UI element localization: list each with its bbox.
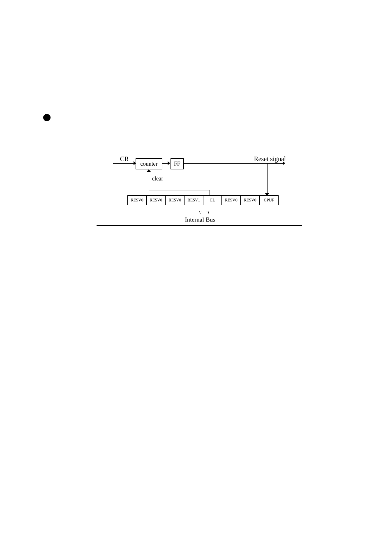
reg-bit-7: RESV0: [127, 195, 147, 205]
bus-bottom-line: [97, 225, 302, 226]
register-row: RESV0 RESV0 RESV0 RESV1 CL RESV0 RESV0 C…: [127, 195, 278, 205]
clear-line-vertical: [149, 169, 149, 190]
reset-label: Reset signal: [254, 155, 286, 163]
clear-line-horizontal: [149, 190, 210, 191]
reg-bit-1: RESV0: [240, 195, 260, 205]
reg-bit-3: CL: [203, 195, 222, 205]
reg-bit-5: RESV0: [165, 195, 184, 205]
cr-input-line: [113, 163, 136, 164]
clear-line-down: [210, 190, 210, 195]
reset-arrow: [283, 161, 285, 165]
counter-to-ff-arrow: [168, 161, 170, 165]
reset-line: [184, 163, 284, 164]
ff-block: FF: [171, 158, 184, 169]
reg-bit-0: CPUF: [259, 195, 279, 205]
reset-down-line: [267, 163, 267, 195]
reg-bit-6: RESV0: [146, 195, 166, 205]
reg-bit-4: RESV1: [184, 195, 203, 205]
bullet-marker: [43, 114, 51, 121]
counter-block: counter: [136, 158, 162, 169]
bus-top-line: [97, 214, 302, 215]
bus-label: Internal Bus: [185, 216, 215, 223]
clear-label: clear: [152, 176, 163, 182]
cr-label: CR: [120, 155, 129, 163]
reg-bit-2: RESV0: [221, 195, 241, 205]
clear-arrow: [147, 169, 151, 172]
